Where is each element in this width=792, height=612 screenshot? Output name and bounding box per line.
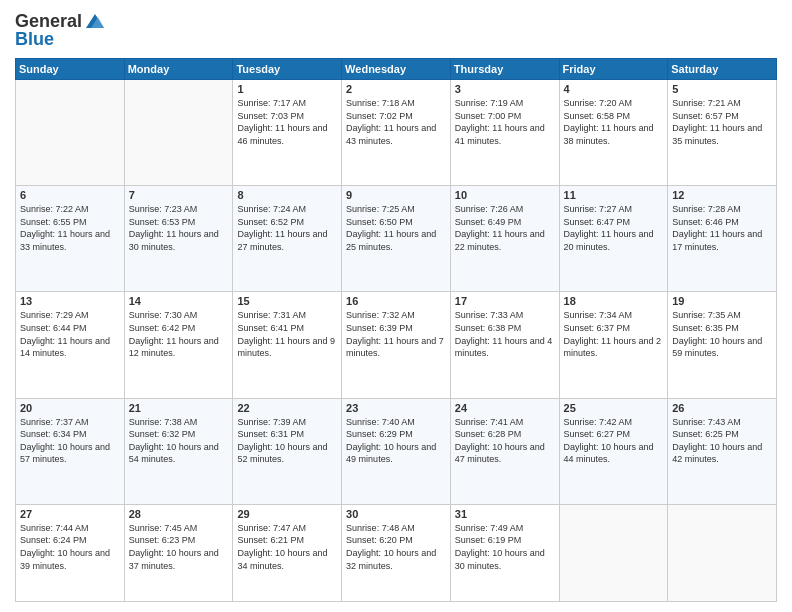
day-number: 13 [20,295,120,307]
calendar-cell: 1Sunrise: 7:17 AM Sunset: 7:03 PM Daylig… [233,80,342,186]
calendar-cell: 23Sunrise: 7:40 AM Sunset: 6:29 PM Dayli… [342,398,451,504]
day-number: 3 [455,83,555,95]
day-number: 14 [129,295,229,307]
logo-blue-text: Blue [15,29,106,50]
day-detail: Sunrise: 7:37 AM Sunset: 6:34 PM Dayligh… [20,416,120,466]
calendar-week-2: 6Sunrise: 7:22 AM Sunset: 6:55 PM Daylig… [16,186,777,292]
calendar-cell: 4Sunrise: 7:20 AM Sunset: 6:58 PM Daylig… [559,80,668,186]
calendar-cell: 15Sunrise: 7:31 AM Sunset: 6:41 PM Dayli… [233,292,342,398]
calendar-cell: 30Sunrise: 7:48 AM Sunset: 6:20 PM Dayli… [342,504,451,601]
calendar-cell [559,504,668,601]
day-number: 21 [129,402,229,414]
day-number: 17 [455,295,555,307]
day-detail: Sunrise: 7:30 AM Sunset: 6:42 PM Dayligh… [129,309,229,359]
day-detail: Sunrise: 7:34 AM Sunset: 6:37 PM Dayligh… [564,309,664,359]
calendar-week-1: 1Sunrise: 7:17 AM Sunset: 7:03 PM Daylig… [16,80,777,186]
calendar-body: 1Sunrise: 7:17 AM Sunset: 7:03 PM Daylig… [16,80,777,602]
calendar-cell: 7Sunrise: 7:23 AM Sunset: 6:53 PM Daylig… [124,186,233,292]
day-detail: Sunrise: 7:42 AM Sunset: 6:27 PM Dayligh… [564,416,664,466]
calendar-cell: 14Sunrise: 7:30 AM Sunset: 6:42 PM Dayli… [124,292,233,398]
day-number: 20 [20,402,120,414]
calendar-cell: 24Sunrise: 7:41 AM Sunset: 6:28 PM Dayli… [450,398,559,504]
calendar-cell: 29Sunrise: 7:47 AM Sunset: 6:21 PM Dayli… [233,504,342,601]
weekday-header-tuesday: Tuesday [233,59,342,80]
weekday-header-monday: Monday [124,59,233,80]
weekday-header-friday: Friday [559,59,668,80]
day-detail: Sunrise: 7:20 AM Sunset: 6:58 PM Dayligh… [564,97,664,147]
calendar-cell: 26Sunrise: 7:43 AM Sunset: 6:25 PM Dayli… [668,398,777,504]
calendar-cell: 22Sunrise: 7:39 AM Sunset: 6:31 PM Dayli… [233,398,342,504]
weekday-header-thursday: Thursday [450,59,559,80]
calendar-cell [124,80,233,186]
day-detail: Sunrise: 7:21 AM Sunset: 6:57 PM Dayligh… [672,97,772,147]
day-number: 25 [564,402,664,414]
day-number: 10 [455,189,555,201]
day-detail: Sunrise: 7:17 AM Sunset: 7:03 PM Dayligh… [237,97,337,147]
calendar-cell: 13Sunrise: 7:29 AM Sunset: 6:44 PM Dayli… [16,292,125,398]
day-detail: Sunrise: 7:19 AM Sunset: 7:00 PM Dayligh… [455,97,555,147]
day-number: 30 [346,508,446,520]
day-number: 27 [20,508,120,520]
day-number: 22 [237,402,337,414]
calendar-header: SundayMondayTuesdayWednesdayThursdayFrid… [16,59,777,80]
day-detail: Sunrise: 7:49 AM Sunset: 6:19 PM Dayligh… [455,522,555,572]
day-number: 9 [346,189,446,201]
day-detail: Sunrise: 7:38 AM Sunset: 6:32 PM Dayligh… [129,416,229,466]
calendar-week-3: 13Sunrise: 7:29 AM Sunset: 6:44 PM Dayli… [16,292,777,398]
calendar-cell: 12Sunrise: 7:28 AM Sunset: 6:46 PM Dayli… [668,186,777,292]
header: General Blue [15,10,777,50]
day-detail: Sunrise: 7:48 AM Sunset: 6:20 PM Dayligh… [346,522,446,572]
day-number: 4 [564,83,664,95]
day-detail: Sunrise: 7:25 AM Sunset: 6:50 PM Dayligh… [346,203,446,253]
calendar-week-5: 27Sunrise: 7:44 AM Sunset: 6:24 PM Dayli… [16,504,777,601]
day-number: 28 [129,508,229,520]
calendar-cell: 8Sunrise: 7:24 AM Sunset: 6:52 PM Daylig… [233,186,342,292]
calendar-cell: 11Sunrise: 7:27 AM Sunset: 6:47 PM Dayli… [559,186,668,292]
calendar-cell: 9Sunrise: 7:25 AM Sunset: 6:50 PM Daylig… [342,186,451,292]
day-detail: Sunrise: 7:23 AM Sunset: 6:53 PM Dayligh… [129,203,229,253]
day-number: 7 [129,189,229,201]
day-number: 5 [672,83,772,95]
day-detail: Sunrise: 7:47 AM Sunset: 6:21 PM Dayligh… [237,522,337,572]
day-number: 15 [237,295,337,307]
day-detail: Sunrise: 7:43 AM Sunset: 6:25 PM Dayligh… [672,416,772,466]
weekday-header-row: SundayMondayTuesdayWednesdayThursdayFrid… [16,59,777,80]
calendar-cell: 6Sunrise: 7:22 AM Sunset: 6:55 PM Daylig… [16,186,125,292]
day-detail: Sunrise: 7:26 AM Sunset: 6:49 PM Dayligh… [455,203,555,253]
day-number: 11 [564,189,664,201]
day-detail: Sunrise: 7:22 AM Sunset: 6:55 PM Dayligh… [20,203,120,253]
day-detail: Sunrise: 7:39 AM Sunset: 6:31 PM Dayligh… [237,416,337,466]
calendar-week-4: 20Sunrise: 7:37 AM Sunset: 6:34 PM Dayli… [16,398,777,504]
calendar-cell: 20Sunrise: 7:37 AM Sunset: 6:34 PM Dayli… [16,398,125,504]
calendar-cell: 18Sunrise: 7:34 AM Sunset: 6:37 PM Dayli… [559,292,668,398]
weekday-header-sunday: Sunday [16,59,125,80]
calendar-cell: 17Sunrise: 7:33 AM Sunset: 6:38 PM Dayli… [450,292,559,398]
day-number: 31 [455,508,555,520]
day-detail: Sunrise: 7:24 AM Sunset: 6:52 PM Dayligh… [237,203,337,253]
calendar-cell: 27Sunrise: 7:44 AM Sunset: 6:24 PM Dayli… [16,504,125,601]
calendar-cell [668,504,777,601]
day-detail: Sunrise: 7:28 AM Sunset: 6:46 PM Dayligh… [672,203,772,253]
day-detail: Sunrise: 7:33 AM Sunset: 6:38 PM Dayligh… [455,309,555,359]
day-detail: Sunrise: 7:35 AM Sunset: 6:35 PM Dayligh… [672,309,772,359]
calendar-cell: 28Sunrise: 7:45 AM Sunset: 6:23 PM Dayli… [124,504,233,601]
calendar-cell: 3Sunrise: 7:19 AM Sunset: 7:00 PM Daylig… [450,80,559,186]
calendar-cell: 19Sunrise: 7:35 AM Sunset: 6:35 PM Dayli… [668,292,777,398]
day-number: 18 [564,295,664,307]
logo-icon [84,10,106,32]
day-detail: Sunrise: 7:29 AM Sunset: 6:44 PM Dayligh… [20,309,120,359]
weekday-header-saturday: Saturday [668,59,777,80]
calendar-cell: 5Sunrise: 7:21 AM Sunset: 6:57 PM Daylig… [668,80,777,186]
day-detail: Sunrise: 7:27 AM Sunset: 6:47 PM Dayligh… [564,203,664,253]
page: General Blue SundayMondayTuesdayWednesda… [0,0,792,612]
logo: General Blue [15,10,106,50]
calendar-cell: 25Sunrise: 7:42 AM Sunset: 6:27 PM Dayli… [559,398,668,504]
day-number: 19 [672,295,772,307]
calendar-cell: 21Sunrise: 7:38 AM Sunset: 6:32 PM Dayli… [124,398,233,504]
day-number: 2 [346,83,446,95]
day-detail: Sunrise: 7:31 AM Sunset: 6:41 PM Dayligh… [237,309,337,359]
day-detail: Sunrise: 7:44 AM Sunset: 6:24 PM Dayligh… [20,522,120,572]
calendar-cell: 16Sunrise: 7:32 AM Sunset: 6:39 PM Dayli… [342,292,451,398]
day-number: 8 [237,189,337,201]
calendar-cell: 31Sunrise: 7:49 AM Sunset: 6:19 PM Dayli… [450,504,559,601]
